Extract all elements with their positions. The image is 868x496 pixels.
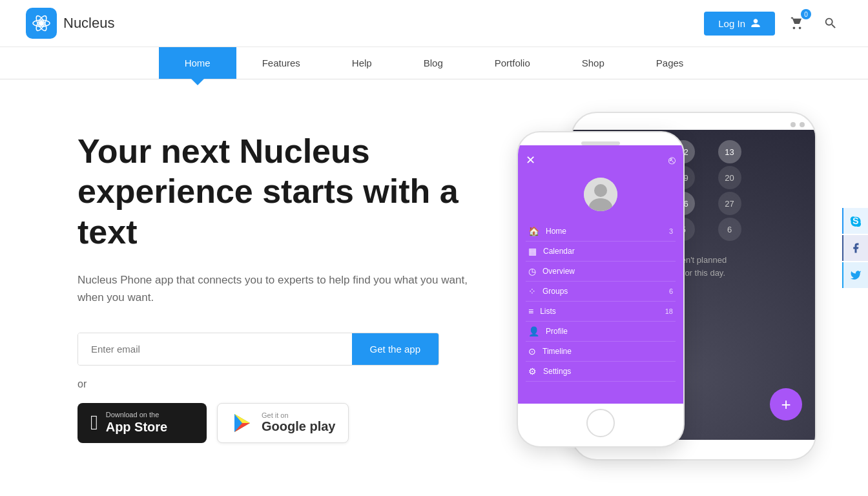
- purple-top-bar: ✕ ⎋: [526, 153, 676, 167]
- apple-icon: : [90, 411, 98, 435]
- google-play-icon: [231, 411, 254, 435]
- cal-27: 27: [718, 192, 741, 215]
- or-text: or: [78, 378, 491, 390]
- logo-icon: [26, 8, 57, 39]
- menu-item-lists[interactable]: ≡ Lists 18: [526, 302, 676, 322]
- phone-screen-purple: ✕ ⎋ 🏠 Home 3: [518, 145, 683, 404]
- app-store-button[interactable]:  Download on the App Store: [78, 403, 207, 443]
- hero-title: Your next Nucleus experience starts with…: [78, 131, 491, 252]
- twitter-button[interactable]: [842, 262, 868, 288]
- nav-item-blog[interactable]: Blog: [398, 47, 469, 79]
- fab-button[interactable]: +: [770, 388, 802, 420]
- menu-item-home[interactable]: 🏠 Home 3: [526, 222, 676, 242]
- get-app-button[interactable]: Get the app: [352, 333, 439, 365]
- overview-icon: ◷: [528, 266, 536, 276]
- menu-item-timeline[interactable]: ⊙ Timeline: [526, 342, 676, 362]
- export-icon[interactable]: ⎋: [668, 154, 676, 167]
- menu-item-overview[interactable]: ◷ Overview: [526, 262, 676, 282]
- settings-icon: ⚙: [528, 366, 537, 377]
- header: Nucleus Log In 0: [0, 0, 868, 47]
- groups-icon: ⁘: [528, 286, 536, 296]
- cart-badge: 0: [801, 9, 811, 19]
- phone-home-button[interactable]: [586, 409, 615, 437]
- menu-item-calendar[interactable]: ▦ Calendar: [526, 242, 676, 262]
- skype-button[interactable]: [842, 208, 868, 234]
- phone-dot-2: [800, 122, 805, 127]
- cal-20: 20: [718, 166, 741, 189]
- nav-item-shop[interactable]: Shop: [556, 47, 630, 79]
- google-play-button[interactable]: Get it on Google play: [217, 403, 349, 443]
- menu-item-groups[interactable]: ⁘ Groups 6: [526, 282, 676, 302]
- header-right: Log In 0: [704, 12, 842, 36]
- app-store-download-label: Download on the: [106, 411, 168, 419]
- search-button[interactable]: [819, 12, 842, 35]
- email-form: Get the app: [78, 333, 439, 366]
- facebook-button[interactable]: [842, 235, 868, 261]
- store-buttons:  Download on the App Store Get it on Go…: [78, 403, 491, 443]
- nav-item-help[interactable]: Help: [326, 47, 398, 79]
- lists-icon: ≡: [528, 306, 533, 316]
- menu-item-profile[interactable]: 👤 Profile: [526, 322, 676, 342]
- app-store-name: App Store: [106, 419, 168, 435]
- avatar: [584, 178, 617, 211]
- nav-item-pages[interactable]: Pages: [630, 47, 710, 79]
- close-icon[interactable]: ✕: [526, 153, 535, 167]
- svg-point-0: [39, 21, 44, 26]
- google-play-name: Google play: [262, 419, 335, 434]
- google-play-get-label: Get it on: [262, 411, 335, 419]
- home-icon: 🏠: [528, 226, 539, 236]
- cal-13: 13: [718, 140, 741, 163]
- login-button[interactable]: Log In: [704, 12, 775, 36]
- social-sidebar: [842, 208, 868, 288]
- hero-description: Nucleus Phone app that connects you to e…: [78, 271, 491, 306]
- logo-text: Nucleus: [63, 15, 114, 32]
- menu-items: 🏠 Home 3 ▦ Calendar ◷: [526, 222, 676, 382]
- nav-item-features[interactable]: Features: [236, 47, 326, 79]
- phone-dot-1: [790, 122, 796, 127]
- hero-section: Your next Nucleus experience starts with…: [78, 118, 491, 443]
- nav-item-portfolio[interactable]: Portfolio: [469, 47, 556, 79]
- logo-area: Nucleus: [26, 8, 114, 39]
- svg-point-9: [594, 184, 607, 197]
- phones-area: 10 11 12 13 17 18 19 20 24 25 26 27 3: [517, 112, 816, 460]
- cal-6: 6: [718, 218, 741, 241]
- email-input[interactable]: [78, 333, 352, 365]
- timeline-icon: ⊙: [528, 346, 536, 356]
- nav-item-home[interactable]: Home: [159, 47, 236, 79]
- profile-icon: 👤: [528, 326, 539, 336]
- menu-item-settings[interactable]: ⚙ Settings: [526, 362, 676, 382]
- calendar-icon: ▦: [528, 246, 537, 256]
- cart-button[interactable]: 0: [785, 12, 809, 35]
- main-nav: Home Features Help Blog Portfolio Shop P…: [0, 47, 868, 79]
- phone-front: ✕ ⎋ 🏠 Home 3: [517, 131, 685, 448]
- main-content: Your next Nucleus experience starts with…: [0, 79, 868, 486]
